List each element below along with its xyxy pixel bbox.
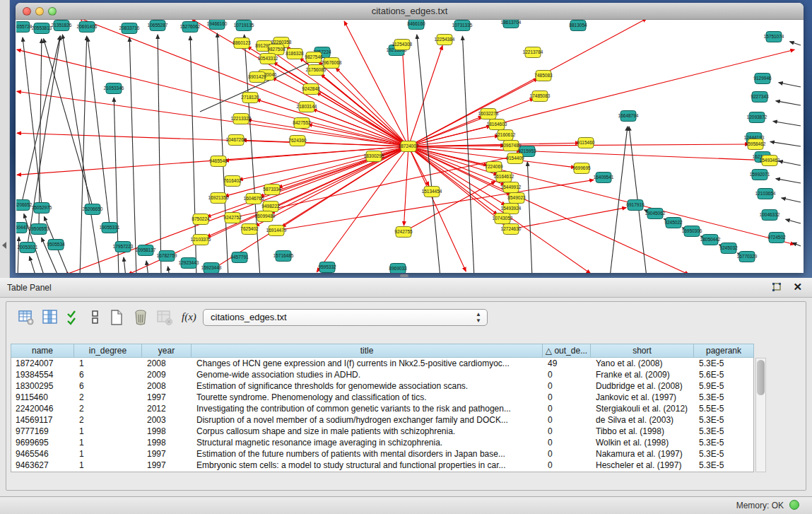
graph-node[interactable]: 12254384 xyxy=(435,35,455,45)
new-file-button[interactable] xyxy=(107,308,126,327)
graph-node[interactable]: 17957223 xyxy=(113,242,134,252)
graph-node[interactable]: 7224069 xyxy=(485,162,503,173)
table-row[interactable]: 946362711997Embryonic stem cells: a mode… xyxy=(11,460,753,471)
graph-node[interactable]: 9150443 xyxy=(16,223,28,233)
graph-node[interactable]: 8466160 xyxy=(407,20,425,30)
graph-node[interactable]: 21756085 xyxy=(306,65,326,76)
table-cell[interactable]: 0 xyxy=(543,369,592,380)
table-cell[interactable]: 9777169 xyxy=(11,426,75,437)
graph-node[interactable]: 16950306 xyxy=(682,226,702,237)
graph-node[interactable]: 9724502 xyxy=(767,233,786,243)
graph-node[interactable]: 12103375 xyxy=(191,235,211,245)
graph-node[interactable]: 29676068 xyxy=(322,58,342,69)
table-cell[interactable]: 0 xyxy=(543,392,592,403)
table-row[interactable]: 1830029562008Estimation of significance … xyxy=(11,380,753,392)
graph-node[interactable]: 10731335 xyxy=(452,21,473,31)
panel-splitter-handle[interactable] xyxy=(400,274,408,277)
table-cell[interactable]: 2 xyxy=(75,403,143,414)
graph-node[interactable]: 16914479 xyxy=(266,226,287,236)
table-cell[interactable]: 5.9E-5 xyxy=(695,380,754,392)
table-cell[interactable]: 1998 xyxy=(143,426,192,437)
table-cell[interactable]: 5.3E-5 xyxy=(695,437,754,448)
graph-node[interactable]: 9154409 xyxy=(506,153,524,164)
graph-node[interactable]: 16921356 xyxy=(208,193,229,204)
graph-node[interactable]: 9245022 xyxy=(664,218,683,228)
table-scrollbar[interactable] xyxy=(755,358,766,472)
table-selector-dropdown[interactable]: citations_edges.txt ▲▼ xyxy=(203,309,488,326)
table-cell[interactable]: Yano et al. (2008) xyxy=(592,358,695,369)
table-cell[interactable]: Corpus callosum shape and size in male p… xyxy=(192,426,543,437)
graph-node[interactable]: 9699695 xyxy=(572,163,591,174)
table-cell[interactable]: 14569117 xyxy=(11,414,75,426)
table-cell[interactable]: 2008 xyxy=(143,358,192,369)
graph-node[interactable]: 9465546 xyxy=(209,156,228,167)
graph-node[interactable]: 20553813 xyxy=(32,23,52,34)
graph-node[interactable]: 7485083 xyxy=(534,71,553,81)
table-cell[interactable]: 2003 xyxy=(143,414,192,426)
table-cell[interactable]: 1 xyxy=(75,460,143,471)
select-columns-button[interactable] xyxy=(40,308,60,327)
column-header-short[interactable]: short xyxy=(591,344,694,358)
table-cell[interactable]: 0 xyxy=(543,414,592,426)
graph-node[interactable]: 15493462 xyxy=(760,156,780,166)
table-cell[interactable]: 1997 xyxy=(143,392,192,403)
graph-node[interactable]: 15052975 xyxy=(32,203,52,214)
graph-node[interactable]: 15716485 xyxy=(273,251,294,262)
table-cell[interactable]: Wolkin et al. (1998) xyxy=(592,437,695,448)
graph-node[interactable]: 15923448 xyxy=(201,263,222,274)
table-cell[interactable]: Stergiakouli et al. (2012) xyxy=(592,403,695,414)
graph-node[interactable]: 5873334 xyxy=(263,185,281,195)
graph-node[interactable]: 20691406 xyxy=(77,22,98,33)
graph-node[interactable]: 2718120 xyxy=(241,93,259,103)
table-cell[interactable]: 0 xyxy=(543,380,592,392)
function-builder-button[interactable]: f(x) xyxy=(182,311,196,323)
graph-node[interactable]: 15493924 xyxy=(501,204,522,214)
table-cell[interactable]: 2 xyxy=(75,414,143,426)
table-row[interactable]: 977716911998Corpus callosum shape and si… xyxy=(11,426,753,437)
graph-node[interactable]: 8549023 xyxy=(507,193,526,204)
table-cell[interactable]: 9465546 xyxy=(11,448,75,460)
graph-node[interactable]: 9115460 xyxy=(577,138,595,148)
column-header-title[interactable]: title xyxy=(192,344,543,358)
table-cell[interactable]: 0 xyxy=(543,437,592,448)
graph-node[interactable]: 15751074 xyxy=(764,32,784,42)
table-cell[interactable]: 1997 xyxy=(143,460,192,471)
table-cell[interactable]: Tibbo et al. (1998) xyxy=(592,426,695,437)
graph-node[interactable]: 12213323 xyxy=(231,114,252,124)
graph-node[interactable]: 9595332 xyxy=(318,262,336,273)
graph-node[interactable]: 15276062 xyxy=(180,22,201,33)
graph-node[interactable]: 21351826 xyxy=(52,21,72,31)
graph-node[interactable]: 9129946 xyxy=(753,74,772,84)
graph-node[interactable]: 16046766 xyxy=(244,194,264,204)
table-row[interactable]: 1456911722003Disruption of a novel membe… xyxy=(11,414,753,426)
graph-node[interactable]: 9498222 xyxy=(261,201,280,212)
graph-node[interactable]: 18613704 xyxy=(501,20,522,28)
table-cell[interactable]: 1998 xyxy=(143,437,192,448)
table-cell[interactable]: 1997 xyxy=(143,448,192,460)
column-header-name[interactable]: name xyxy=(11,344,74,358)
graph-node[interactable]: 10743052 xyxy=(493,214,513,224)
graph-node[interactable]: 19506553 xyxy=(29,224,49,235)
graph-node[interactable]: 16782759 xyxy=(157,251,177,262)
delete-button[interactable] xyxy=(131,308,151,327)
graph-node[interactable]: 24055724 xyxy=(16,22,33,33)
graph-node[interactable]: 18724007 xyxy=(399,141,419,152)
graph-node[interactable]: 16032278 xyxy=(478,109,499,119)
table-cell[interactable]: Estimation of significance thresholds fo… xyxy=(192,380,543,392)
graph-node[interactable]: 19466160 xyxy=(207,20,228,30)
graph-node[interactable]: 10958137 xyxy=(136,245,156,256)
graph-node[interactable]: 6917919 xyxy=(626,200,645,211)
table-cell[interactable]: Jankovic et al. (1997) xyxy=(592,392,695,403)
graph-node[interactable]: 15992071 xyxy=(750,170,770,180)
network-canvas-container[interactable]: 2405572420553813213518262069140620833716… xyxy=(16,20,803,273)
table-cell[interactable]: 2008 xyxy=(143,380,192,392)
graph-node[interactable]: 11254308 xyxy=(392,40,413,50)
table-cell[interactable]: 18300295 xyxy=(11,380,75,392)
graph-node[interactable]: 9227343 xyxy=(751,92,769,103)
graph-node[interactable]: 12160612 xyxy=(495,130,516,141)
graph-node[interactable]: 8813054 xyxy=(569,21,587,31)
graph-node[interactable]: 15958462 xyxy=(746,139,766,150)
table-row[interactable]: 946554611997Estimation of the future num… xyxy=(11,448,753,460)
table-cell[interactable]: 5.3E-5 xyxy=(695,426,754,437)
graph-node[interactable]: 10046332 xyxy=(760,210,780,221)
